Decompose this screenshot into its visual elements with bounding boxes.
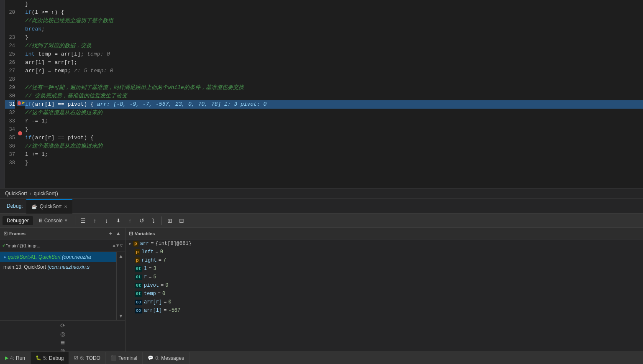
app-container: 20 23 24 25 26 27 28 29 30 31 32 33 34 3…: [0, 0, 643, 364]
frames-add-btn[interactable]: +: [108, 229, 113, 237]
breadcrumb-bar: QuickSort › quickSort(): [0, 188, 643, 199]
run-tab[interactable]: ▶ 4: Run: [0, 352, 31, 364]
down-arrow-btn[interactable]: ▼: [116, 243, 119, 248]
debug-label-bottom: Debug: [49, 355, 64, 361]
frame-scroll-down[interactable]: ▼: [118, 313, 124, 319]
frame-2-method: main:13, QuickSort: [3, 264, 46, 270]
var-eq-arr-l: =: [164, 308, 167, 313]
variables-icon: ⊡: [129, 231, 133, 237]
thread-dropdown[interactable]: ✔ "main"@1 in gr... ▲ ▼ ▽: [0, 239, 125, 252]
var-type-icon-oo-arr-l: oo: [135, 308, 142, 313]
variable-row-arr-r[interactable]: oo arr[r] = 0: [126, 298, 643, 306]
variable-row-arr[interactable]: ▶ p arr = {int[8]@661}: [126, 239, 643, 248]
step-into-btn[interactable]: ↓: [101, 215, 112, 226]
breadcrumb-method[interactable]: quickSort(): [34, 191, 58, 196]
expand-icon-arr[interactable]: ▶: [129, 241, 131, 246]
variable-row-right[interactable]: p right = 7: [126, 256, 643, 265]
toolbar-separator-1: [75, 216, 75, 225]
debug-panels: ⊡ Frames + ▲ ✔ "main"@1 in gr... ▲ ▼ ▽: [0, 228, 643, 364]
frames-scroll-up-outer[interactable]: ▲: [115, 229, 122, 237]
left-gutter: [0, 0, 5, 188]
console-icon: 🖥: [38, 218, 43, 224]
var-type-icon-ot-temp: 0t: [135, 291, 142, 297]
code-line: }: [25, 125, 643, 134]
messages-label: Messages: [161, 355, 184, 361]
expand-icon-r: [129, 275, 133, 280]
mute-breakpoints-btn[interactable]: ⊟: [176, 215, 187, 226]
code-line: [25, 75, 643, 84]
var-value-r: 5: [153, 274, 156, 280]
frame-scroll-up[interactable]: ▲: [118, 253, 124, 260]
var-value-pivot: 0: [165, 283, 168, 288]
reset-frame-btn[interactable]: ↺: [136, 215, 147, 226]
java-icon: ☕: [31, 204, 37, 209]
file-tab[interactable]: ☕ QuickSort ✕: [26, 199, 73, 214]
frame-item-2[interactable]: main:13, QuickSort (com.neuzhaoxin.s: [0, 262, 116, 272]
messages-tab[interactable]: 💬 0: Messages: [143, 352, 190, 364]
variable-row-arr-l[interactable]: oo arr[l] = -567: [126, 306, 643, 315]
var-name-arr-r: arr[r]: [144, 299, 162, 305]
variable-row-l[interactable]: 0t l = 3: [126, 265, 643, 273]
todo-tab[interactable]: ☑ 6: TODO: [69, 352, 105, 364]
debug-arrow: ➤: [22, 100, 25, 106]
terminal-tab[interactable]: ⬛ Terminal: [106, 352, 143, 364]
debugger-tab-debugger[interactable]: Debugger: [3, 216, 33, 225]
step-over-btn[interactable]: ↑: [90, 215, 100, 226]
messages-number: 0:: [155, 355, 159, 361]
tab-label: QuickSort: [40, 204, 62, 209]
variable-row-pivot[interactable]: 0t pivot = 0: [126, 281, 643, 290]
frames-action-3[interactable]: ≣: [60, 339, 65, 346]
bottom-status-bar: ▶ 4: Run 🐛 5: Debug ☑ 6: TODO ⬛ Terminal…: [0, 351, 643, 364]
var-type-icon-p-left: p: [135, 249, 140, 255]
variable-list: ▶ p arr = {int[8]@661} p left = 0: [126, 239, 643, 364]
frames-panel-header: ⊡ Frames + ▲: [0, 228, 125, 239]
code-line-highlighted: if(arr[l] == pivot) { arr: [-8, -9, -7, …: [25, 100, 643, 109]
check-icon: ✔: [3, 243, 5, 248]
run-to-cursor-btn[interactable]: ⤵: [148, 215, 159, 226]
frames-action-2[interactable]: ◎: [60, 331, 65, 337]
breakpoint-dot-2: [18, 131, 22, 135]
watch-btn[interactable]: ⊞: [164, 215, 175, 226]
step-out-btn[interactable]: ↑: [125, 215, 136, 226]
var-name-pivot: pivot: [144, 283, 159, 288]
var-name-right: right: [142, 257, 157, 263]
frames-panel-title: Frames: [9, 231, 26, 236]
frame-item-active[interactable]: ● quickSort:41, QuickSort (com.neuzha: [0, 252, 116, 262]
var-value-temp: 0: [162, 291, 165, 297]
todo-label: TODO: [86, 355, 100, 361]
console-settings-icon[interactable]: ▼: [64, 218, 68, 223]
variable-row-temp[interactable]: 0t temp = 0: [126, 290, 643, 298]
var-eq-right: =: [159, 257, 161, 263]
force-step-into-btn[interactable]: ⬇: [113, 215, 124, 226]
var-value-arr-r: 0: [168, 299, 171, 305]
frames-action-1[interactable]: ⟳: [60, 322, 65, 329]
code-line: }: [25, 0, 643, 8]
var-value-arr-l: -567: [168, 308, 180, 313]
frames-panel-icon: ⊡: [3, 231, 8, 237]
terminal-icon: ⬛: [111, 355, 117, 361]
restore-layout-btn[interactable]: ☰: [78, 215, 89, 226]
filter-btn[interactable]: ▽: [120, 243, 123, 248]
debug-icon: 🐛: [36, 355, 41, 361]
var-name-r: r: [144, 274, 147, 280]
var-name-arr: arr: [140, 241, 149, 247]
up-arrow-btn[interactable]: ▲: [113, 243, 115, 248]
frame-method-name: quickSort:41, QuickSort: [8, 254, 61, 260]
code-line: if(l >= r) {: [25, 8, 643, 17]
code-line: arr[l] = arr[r];: [25, 59, 643, 67]
variable-row-left[interactable]: p left = 0: [126, 248, 643, 256]
var-name-temp: temp: [144, 291, 156, 297]
var-name-arr-l: arr[l]: [144, 308, 162, 313]
variable-row-r[interactable]: 0t r = 5: [126, 273, 643, 281]
code-line: arr[r] = temp; r: 5 temp: 0: [25, 67, 643, 75]
expand-icon-temp: [129, 292, 133, 296]
frame-2-class: (com.neuzhaoxin.s: [47, 264, 90, 270]
debugger-tab-console[interactable]: 🖥 Console ▼: [34, 216, 72, 225]
var-eq-arr-r: =: [164, 299, 167, 305]
breadcrumb-class[interactable]: QuickSort: [5, 191, 27, 196]
run-icon: ▶: [5, 355, 8, 361]
var-type-icon-p-right: p: [135, 257, 140, 263]
debug-tab-bottom[interactable]: 🐛 5: Debug: [31, 352, 69, 364]
tab-close-icon[interactable]: ✕: [64, 204, 67, 209]
run-label: Run: [16, 355, 25, 361]
